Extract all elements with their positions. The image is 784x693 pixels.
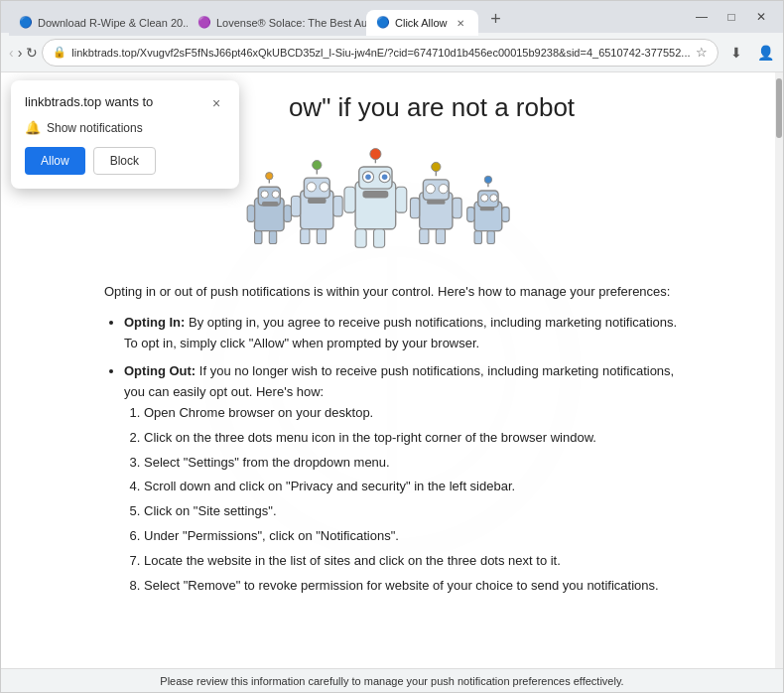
popup-buttons: Allow Block (25, 147, 225, 175)
tab-2[interactable]: 🟣 Lovense® Solace: The Best Au... ✕ (188, 10, 366, 36)
allow-button[interactable]: Allow (25, 147, 85, 175)
status-bar: Please review this information carefully… (1, 668, 783, 692)
svg-point-31 (382, 174, 388, 180)
toolbar-right-buttons: ⬇ 👤 ⋮ (722, 39, 785, 67)
title-bar: 🔵 Download R-Wipe & Clean 20... ✕ 🟣 Love… (1, 1, 783, 33)
svg-rect-10 (269, 231, 276, 244)
svg-point-14 (266, 173, 273, 180)
page-content: linkbtrads.top wants to × 🔔 Show notific… (1, 72, 783, 668)
notification-popup: linkbtrads.top wants to × 🔔 Show notific… (11, 80, 239, 189)
url-text: linkbtrads.top/Xvugvf2sF5fNsJ66pt46xQkUB… (71, 47, 690, 59)
download-button[interactable]: ⬇ (722, 39, 750, 67)
svg-rect-33 (355, 229, 366, 247)
svg-point-49 (432, 162, 441, 171)
steps-list: Open Chrome browser on your desktop. Cli… (124, 403, 680, 596)
opting-out-label: Opting Out: (124, 363, 196, 378)
opting-out-item: Opting Out: If you no longer wish to rec… (124, 361, 680, 596)
svg-rect-36 (396, 187, 407, 212)
reload-button[interactable]: ↻ (26, 39, 38, 67)
svg-rect-57 (467, 208, 474, 222)
svg-point-30 (365, 174, 371, 180)
svg-rect-20 (301, 229, 310, 244)
svg-point-6 (261, 191, 268, 198)
opting-in-label: Opting In: (124, 315, 185, 330)
popup-title: linkbtrads.top wants to (25, 94, 153, 109)
bell-icon: 🔔 (25, 120, 41, 135)
svg-point-38 (370, 149, 381, 160)
step-1: Open Chrome browser on your desktop. (144, 403, 680, 424)
svg-point-52 (481, 195, 488, 202)
opting-in-item: Opting In: By opting in, you agree to re… (124, 313, 680, 354)
intro-paragraph: Opting in or out of push notifications i… (104, 282, 680, 303)
step-2: Click on the three dots menu icon in the… (144, 428, 680, 449)
svg-rect-22 (291, 197, 300, 216)
svg-point-17 (307, 183, 316, 192)
tab2-favicon: 🟣 (197, 16, 211, 30)
svg-rect-12 (284, 206, 291, 222)
svg-point-60 (484, 176, 491, 183)
new-tab-button[interactable]: + (482, 5, 510, 33)
svg-point-7 (272, 191, 279, 198)
address-bar[interactable]: 🔒 linkbtrads.top/Xvugvf2sF5fNsJ66pt46xQk… (42, 39, 718, 67)
bookmark-icon[interactable]: ☆ (696, 45, 708, 60)
block-button[interactable]: Block (93, 147, 156, 175)
svg-rect-47 (453, 198, 461, 217)
tab1-label: Download R-Wipe & Clean 20... (38, 17, 188, 29)
svg-point-18 (320, 183, 328, 192)
svg-rect-44 (420, 229, 429, 244)
step-3: Select "Settings" from the dropdown menu… (144, 453, 680, 474)
tab3-close[interactable]: ✕ (453, 15, 468, 31)
opting-out-text: If you no longer wish to receive push no… (124, 363, 674, 399)
step-4: Scroll down and click on "Privacy and se… (144, 477, 680, 497)
status-text: Please review this information carefully… (160, 675, 623, 687)
notification-row: 🔔 Show notifications (25, 120, 225, 135)
step-6: Under "Permissions", click on "Notificat… (144, 526, 680, 547)
svg-rect-9 (255, 231, 262, 244)
bullet-list: Opting In: By opting in, you agree to re… (104, 313, 680, 597)
svg-point-42 (439, 185, 448, 194)
tab-1[interactable]: 🔵 Download R-Wipe & Clean 20... ✕ (9, 10, 188, 36)
lock-icon: 🔒 (53, 46, 66, 59)
step-5: Click on "Site settings". (144, 501, 680, 522)
popup-close-button[interactable]: × (207, 94, 225, 112)
svg-rect-32 (362, 191, 388, 198)
tab1-favicon: 🔵 (19, 16, 33, 30)
browser-toolbar: ‹ › ↻ 🔒 linkbtrads.top/Xvugvf2sF5fNsJ66p… (1, 33, 783, 72)
svg-rect-11 (247, 206, 254, 222)
svg-point-25 (313, 161, 322, 170)
window-controls: — □ ✕ (688, 3, 775, 31)
step-7: Locate the website in the list of sites … (144, 551, 680, 572)
popup-header: linkbtrads.top wants to × (25, 94, 225, 112)
step-8: Select "Remove" to revoke permission for… (144, 576, 680, 597)
svg-rect-34 (374, 229, 385, 247)
svg-point-53 (490, 195, 497, 202)
tab3-favicon: 🔵 (376, 16, 390, 30)
browser-window: 🔵 Download R-Wipe & Clean 20... ✕ 🟣 Love… (0, 0, 784, 693)
close-button[interactable]: ✕ (747, 3, 775, 31)
svg-rect-54 (480, 208, 495, 211)
tabs-area: 🔵 Download R-Wipe & Clean 20... ✕ 🟣 Love… (9, 1, 684, 33)
minimize-button[interactable]: — (688, 3, 716, 31)
svg-rect-56 (487, 231, 494, 244)
svg-rect-21 (317, 229, 326, 244)
tab2-label: Lovense® Solace: The Best Au... (216, 17, 366, 29)
notification-text: Show notifications (47, 121, 143, 135)
svg-rect-8 (262, 202, 279, 207)
svg-rect-35 (344, 187, 355, 212)
svg-rect-43 (427, 200, 445, 205)
back-button[interactable]: ‹ (9, 39, 14, 67)
svg-rect-55 (474, 231, 481, 244)
tab3-label: Click Allow (395, 17, 448, 29)
opting-in-text: By opting in, you agree to receive push … (124, 315, 677, 350)
profile-button[interactable]: 👤 (752, 39, 780, 67)
svg-rect-45 (436, 229, 445, 244)
svg-rect-23 (333, 197, 342, 216)
svg-point-41 (426, 185, 435, 194)
forward-button[interactable]: › (18, 39, 23, 67)
svg-rect-58 (502, 208, 509, 222)
maximize-button[interactable]: □ (718, 3, 745, 31)
svg-rect-19 (308, 198, 326, 204)
svg-rect-46 (410, 198, 419, 217)
tab-3[interactable]: 🔵 Click Allow ✕ (366, 10, 478, 36)
body-content: Opting in or out of push notifications i… (104, 282, 680, 596)
